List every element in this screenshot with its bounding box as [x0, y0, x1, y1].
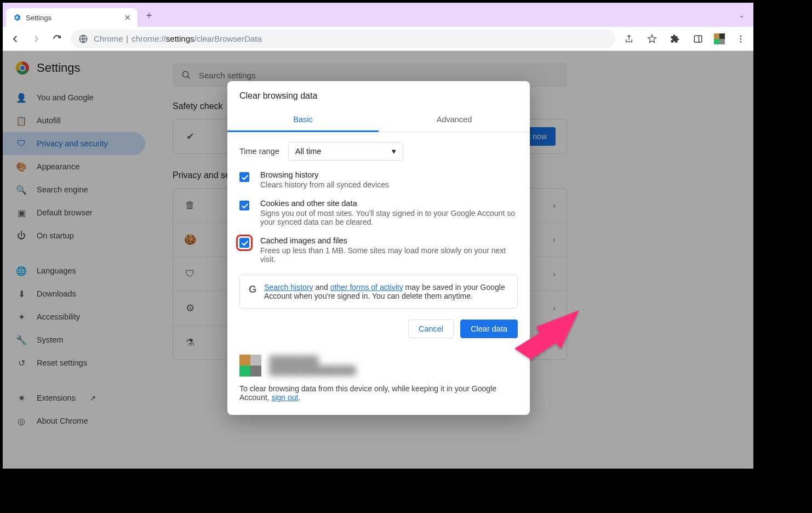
- item-title: Cached images and files: [260, 236, 518, 245]
- profile-avatar-icon[interactable]: [714, 33, 725, 44]
- tab-advanced[interactable]: Advanced: [379, 109, 530, 132]
- checkbox-cached-images[interactable]: [239, 238, 249, 248]
- forward-button[interactable]: [29, 32, 43, 46]
- back-button[interactable]: [8, 32, 22, 46]
- time-range-label: Time range: [239, 147, 279, 156]
- cancel-button[interactable]: Cancel: [408, 320, 454, 338]
- tabs-chevron-icon[interactable]: ⌄: [733, 11, 750, 19]
- share-icon[interactable]: [622, 32, 636, 46]
- tab-title: Settings: [26, 14, 52, 22]
- account-name-blurred: ██████████████████████: [269, 356, 356, 375]
- tab-basic[interactable]: Basic: [227, 109, 379, 132]
- settings-icon: [13, 13, 21, 22]
- browser-toolbar: Chrome | chrome://settings/clearBrowserD…: [3, 27, 753, 51]
- time-range-value: All time: [295, 147, 322, 156]
- dialog-tabs: Basic Advanced: [227, 109, 530, 132]
- sign-out-note: To clear browsing data from this device …: [227, 382, 530, 415]
- item-title: Browsing history: [260, 170, 389, 179]
- site-info-icon[interactable]: [78, 34, 88, 44]
- dropdown-icon: ▾: [392, 147, 396, 156]
- google-g-icon: G: [249, 284, 256, 295]
- dialog-title: Clear browsing data: [227, 81, 530, 109]
- sidepanel-icon[interactable]: [691, 32, 705, 46]
- avatar-icon: [239, 355, 261, 377]
- google-activity-info: G Search history and other forms of acti…: [239, 275, 518, 309]
- search-history-link[interactable]: Search history: [264, 283, 313, 292]
- svg-point-4: [740, 41, 742, 42]
- clear-browsing-data-dialog: Clear browsing data Basic Advanced Time …: [227, 81, 530, 415]
- url-prefix: Chrome: [94, 34, 123, 43]
- omnibox[interactable]: Chrome | chrome://settings/clearBrowserD…: [71, 30, 615, 48]
- extensions-icon[interactable]: [668, 32, 682, 46]
- new-tab-button[interactable]: ＋: [138, 8, 161, 21]
- item-sub: Frees up less than 1 MB. Some sites may …: [260, 246, 518, 264]
- svg-point-3: [740, 38, 742, 39]
- sign-out-link[interactable]: sign out: [271, 393, 298, 402]
- clear-data-button[interactable]: Clear data: [460, 320, 518, 338]
- other-activity-link[interactable]: other forms of activity: [330, 283, 403, 292]
- checkbox-browsing-history[interactable]: [239, 172, 249, 182]
- item-sub: Signs you out of most sites. You'll stay…: [260, 209, 518, 226]
- signed-in-account: ██████████████████████: [227, 349, 530, 382]
- browser-tab[interactable]: Settings ✕: [6, 8, 138, 27]
- tab-strip: Settings ✕ ＋ ⌄: [3, 3, 753, 27]
- svg-rect-1: [694, 36, 702, 42]
- checkbox-cookies[interactable]: [239, 201, 249, 210]
- item-sub: Clears history from all synced devices: [260, 180, 389, 189]
- svg-point-2: [740, 35, 742, 37]
- item-title: Cookies and other site data: [260, 199, 518, 208]
- reload-button[interactable]: [50, 32, 64, 46]
- time-range-select[interactable]: All time ▾: [288, 142, 403, 161]
- close-tab-icon[interactable]: ✕: [124, 13, 131, 22]
- bookmark-icon[interactable]: [645, 32, 659, 46]
- menu-icon[interactable]: [734, 32, 748, 46]
